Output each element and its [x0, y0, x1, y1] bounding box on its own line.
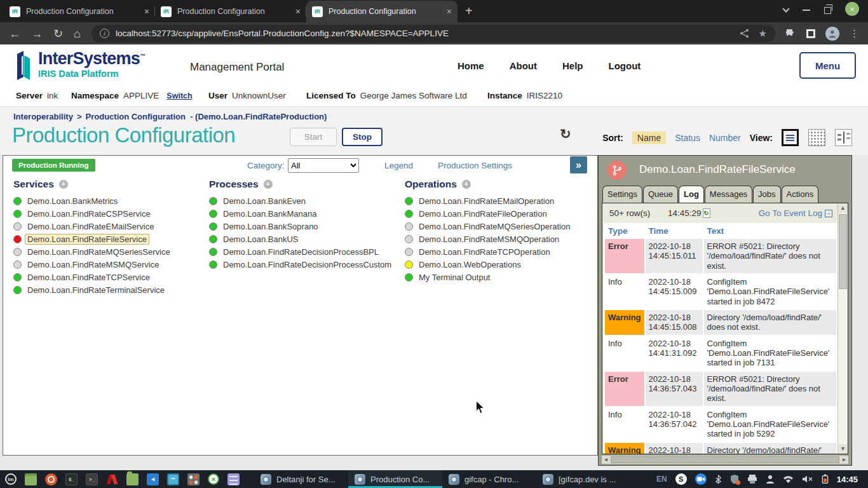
- browser-tab[interactable]: IRProduction Configuration×: [155, 1, 306, 22]
- sort-option-number[interactable]: Number: [709, 133, 741, 143]
- app-orange-icon[interactable]: [45, 473, 57, 485]
- production-item[interactable]: Demo.Loan.FindRateMQSeriesService: [13, 245, 205, 258]
- wifi-icon[interactable]: [783, 475, 794, 484]
- log-row[interactable]: Info2022-10-18 14:36:57.042ConfigItem 'D…: [605, 407, 836, 442]
- refresh-icon[interactable]: ↻: [560, 126, 571, 142]
- taskbar-window-button[interactable]: [gifcap.dev is ...: [536, 470, 630, 488]
- bookmark-star-icon[interactable]: ★: [759, 28, 767, 39]
- go-to-event-log-link[interactable]: Go To Event Log →: [759, 208, 832, 218]
- back-icon[interactable]: ←: [9, 28, 20, 39]
- log-row[interactable]: Error2022-10-18 14:45:15.011ERROR #5021:…: [605, 239, 836, 273]
- volume-muted-icon[interactable]: [802, 475, 813, 484]
- url-field[interactable]: i localhost:52773/csp/applive/EnsPortal.…: [92, 25, 775, 43]
- browser-tab[interactable]: IRProduction Configuration×: [306, 1, 458, 22]
- user-icon[interactable]: [766, 475, 775, 484]
- diagnostics-icon[interactable]: [208, 473, 219, 485]
- legend-link[interactable]: Legend: [384, 161, 413, 170]
- nav-link-logout[interactable]: Logout: [609, 60, 641, 71]
- home-icon[interactable]: ⌂: [74, 28, 81, 39]
- tab-messages[interactable]: Messages: [705, 186, 752, 203]
- production-item[interactable]: Demo.Loan.FindRateEMailService: [13, 220, 205, 233]
- calculator-icon[interactable]: [187, 473, 200, 485]
- production-item[interactable]: Demo.Loan.FindRateMSMQOperation: [405, 233, 597, 245]
- production-item[interactable]: Demo.Loan.FindRateCSPService: [13, 207, 205, 220]
- printer-icon[interactable]: [747, 475, 757, 484]
- taskbar-window-button[interactable]: Deltanji for Se...: [254, 470, 348, 488]
- forward-icon[interactable]: →: [31, 28, 43, 39]
- browser-tab[interactable]: IRProduction Configuration×: [4, 1, 155, 22]
- scrollbar-thumb-horizontal[interactable]: [611, 456, 839, 463]
- close-window-icon[interactable]: ×: [845, 2, 859, 16]
- extension-icon[interactable]: [806, 29, 815, 38]
- tab-close-icon[interactable]: ×: [447, 6, 452, 17]
- log-column-text[interactable]: Text: [704, 224, 836, 238]
- log-row[interactable]: Warning2022-10-18 14:45:15.008Directory …: [605, 310, 836, 335]
- production-item[interactable]: Demo.Loan.BankMetrics: [13, 194, 205, 207]
- tab-settings[interactable]: Settings: [602, 186, 642, 203]
- production-item[interactable]: Demo.Loan.FindRateMSMQService: [13, 258, 205, 271]
- tab-actions[interactable]: Actions: [782, 186, 819, 203]
- tab-close-icon[interactable]: ×: [144, 6, 149, 17]
- taskbar-clock[interactable]: 14:45: [837, 475, 858, 484]
- folder-icon[interactable]: [126, 473, 139, 485]
- restore-window-icon[interactable]: [824, 7, 831, 14]
- expand-panel-button[interactable]: »: [570, 156, 587, 173]
- log-horizontal-scrollbar[interactable]: ◄ ►: [602, 456, 848, 464]
- profile-avatar[interactable]: [825, 27, 839, 41]
- production-item[interactable]: Demo.Loan.FindRateDecisionProcessCustom: [209, 258, 401, 271]
- production-item[interactable]: Demo.Loan.BankEven: [209, 194, 401, 207]
- vscode-icon[interactable]: [147, 473, 159, 485]
- tab-jobs[interactable]: Jobs: [753, 186, 780, 203]
- skype-icon[interactable]: S: [675, 473, 687, 485]
- tab-queue[interactable]: Queue: [643, 186, 678, 203]
- production-item[interactable]: Demo.Loan.BankManana: [209, 207, 401, 220]
- start-button[interactable]: Start: [290, 128, 337, 146]
- add-services-button[interactable]: +: [59, 180, 68, 189]
- tab-search-chevron-icon[interactable]: [782, 5, 789, 12]
- scroll-down-icon[interactable]: ▼: [838, 444, 848, 454]
- production-item[interactable]: Demo.Loan.FindRateTerminalService: [13, 283, 205, 296]
- reload-icon[interactable]: ↻: [53, 28, 63, 39]
- share-icon[interactable]: [740, 29, 749, 38]
- terminal-alt-icon[interactable]: [86, 473, 98, 485]
- taskbar-window-button[interactable]: gifcap - Chro...: [442, 470, 536, 488]
- log-row[interactable]: Info2022-10-18 14:41:31.092ConfigItem 'D…: [605, 336, 836, 370]
- split-view-icon[interactable]: [835, 129, 852, 146]
- category-select[interactable]: All: [288, 158, 359, 173]
- production-item[interactable]: Demo.Loan.FindRateMQSeriesOperation: [405, 220, 597, 233]
- scroll-right-icon[interactable]: ►: [840, 456, 848, 464]
- page-info-icon[interactable]: i: [100, 29, 109, 38]
- nav-link-help[interactable]: Help: [562, 60, 583, 71]
- grid-view-icon[interactable]: [808, 129, 825, 146]
- log-refresh-icon[interactable]: ↻: [703, 208, 710, 218]
- scroll-up-icon[interactable]: ▲: [838, 203, 848, 213]
- file-manager-icon[interactable]: [25, 473, 37, 485]
- battery-icon[interactable]: [822, 474, 829, 484]
- log-row[interactable]: Error2022-10-18 14:36:57.043ERROR #5021:…: [605, 372, 836, 406]
- production-item[interactable]: Demo.Loan.FindRateFileOperation: [405, 207, 597, 220]
- production-item[interactable]: Demo.Loan.FindRateFileService: [13, 233, 205, 245]
- log-column-time[interactable]: Time: [646, 224, 703, 238]
- minimize-window-icon[interactable]: [803, 10, 810, 11]
- breadcrumb-section[interactable]: Interoperability: [13, 112, 73, 121]
- nav-link-home[interactable]: Home: [458, 60, 484, 71]
- notes-icon[interactable]: [227, 473, 240, 485]
- production-item[interactable]: Demo.Loan.FindRateDecisionProcessBPL: [209, 245, 401, 258]
- system-monitor-icon[interactable]: [167, 473, 179, 485]
- tab-close-icon[interactable]: ×: [295, 6, 301, 17]
- extensions-puzzle-icon[interactable]: [786, 29, 796, 39]
- nav-link-about[interactable]: About: [510, 60, 537, 71]
- production-item[interactable]: Demo.Loan.WebOperations: [405, 258, 597, 271]
- language-indicator[interactable]: EN: [656, 475, 667, 484]
- list-view-icon[interactable]: [782, 129, 799, 146]
- log-column-type[interactable]: Type: [605, 224, 644, 238]
- sort-option-status[interactable]: Status: [675, 133, 700, 143]
- switch-namespace-link[interactable]: Switch: [166, 92, 192, 100]
- add-operations-button[interactable]: +: [462, 180, 471, 189]
- production-item[interactable]: Demo.Loan.BankUS: [209, 233, 401, 245]
- tab-log[interactable]: Log: [679, 186, 704, 203]
- shield-icon[interactable]: [730, 474, 739, 484]
- taskbar-window-button[interactable]: Production Co...: [348, 470, 442, 488]
- production-item[interactable]: Demo.Loan.FindRateTCPService: [13, 271, 205, 283]
- add-processes-button[interactable]: +: [264, 180, 273, 189]
